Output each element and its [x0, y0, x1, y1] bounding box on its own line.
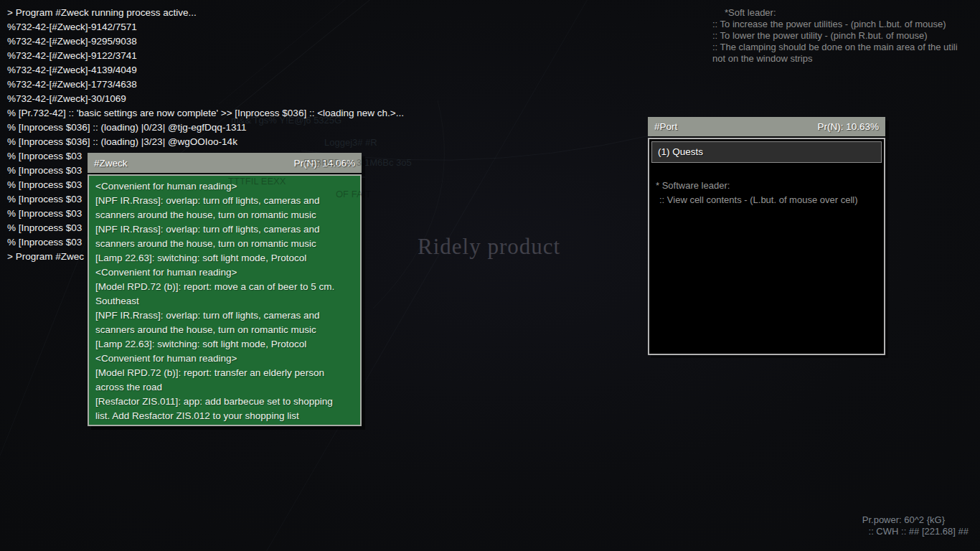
zweck-window-body: <Convenient for human reading>[NPF IR.Rr…: [88, 174, 362, 426]
console-line: %732-42-[#Zweck]-30/1069: [7, 92, 404, 106]
zweck-message-line: list. Add Resfactor ZIS.012 to your shop…: [95, 409, 354, 423]
console-line: % [Inprocess $036] :: (loading) |3/23| @…: [7, 135, 404, 149]
zweck-window-title: #Zweck: [94, 158, 128, 169]
port-window-titlebar[interactable]: #Port Pr(N): 10.63%: [648, 117, 885, 136]
soft-leader-line: :: To increase the power utilities - (pi…: [712, 19, 980, 30]
console-line: %732-42-[#Zweck]-9122/3741: [7, 49, 404, 63]
zweck-message-line: <Convenient for human reading>: [95, 352, 354, 366]
zweck-message-line: [Lamp 22.63]: switching: soft light mode…: [95, 251, 354, 265]
soft-leader-line: :: The clamping should be done on the ma…: [712, 42, 980, 53]
soft-leader-help: *Soft leader: :: To increase the power u…: [712, 7, 980, 65]
console-line: % [Pr.732-42] :: 'basic settings are now…: [7, 106, 404, 121]
zweck-message-line: across the road: [95, 380, 354, 395]
port-probability: Pr(N): 10.63%: [817, 121, 879, 132]
console-line: %732-42-[#Zweck]-4139/4049: [7, 63, 404, 77]
power-status: Pr.power: 60^2 {kG}: [862, 514, 945, 525]
game-screen: m&&'Tgs% Y!E@j6 5325GLoggej3# #R1M6Bc 3o…: [0, 0, 980, 551]
soft-leader-line: not on the window strips: [712, 53, 980, 65]
port-window-title: #Port: [654, 121, 677, 132]
console-line: %732-42-[#Zweck]-9142/7571: [7, 20, 404, 34]
zweck-message-line: scanners around the house, turn on roman…: [95, 323, 354, 337]
console-line: > Program #Zweck running process active.…: [7, 6, 404, 20]
product-watermark: Ridely product: [418, 234, 560, 260]
zweck-message-line: [NPF IR.Rrass]: overlap: turn off lights…: [95, 309, 354, 323]
faint-text: OF FAIT: [336, 189, 371, 199]
zweck-message-line: <Convenient for human reading>: [95, 179, 354, 194]
console-line: % [Inprocess $036] :: (loading) |0/23| @…: [7, 121, 404, 135]
console-line: %732-42-[#Zweck]-9295/9038: [7, 34, 404, 49]
zweck-message-line: scanners around the house, turn on roman…: [95, 237, 354, 251]
quests-row[interactable]: (1) Quests: [651, 141, 882, 163]
zweck-message-line: [NPF IR.Rrass]: overlap: turn off lights…: [95, 222, 354, 237]
faint-text: TTTFIL EEXX: [228, 176, 286, 187]
zweck-message-line: [Model RPD.72 (b)]: report: move a can o…: [95, 280, 354, 294]
port-hint-line: :: View cell contents - (L.but. of mouse…: [656, 193, 882, 207]
soft-leader-lines: :: To increase the power utilities - (pi…: [712, 19, 980, 65]
soft-leader-line: :: To lower the power utility - (pinch R…: [712, 30, 980, 42]
port-window-body: (1) Quests * Software leader::: View cel…: [648, 138, 885, 355]
faint-text: FEBBED no 337: [303, 157, 372, 168]
cwh-status: :: CWH :: ## [221.68] ##: [869, 526, 969, 537]
zweck-message-line: [NPF IR.Rrass]: overlap: turn off lights…: [95, 194, 354, 208]
zweck-message-line: <Convenient for human reading>: [95, 265, 354, 280]
console-line: %732-42-[#Zweck]-1773/4638: [7, 77, 404, 92]
zweck-message-line: [Lamp 22.63]: switching: soft light mode…: [95, 337, 354, 352]
zweck-message-line: scanners around the house, turn on roman…: [95, 208, 354, 222]
zweck-message-line: Southeast: [95, 294, 354, 309]
zweck-message-line: [Model RPD.72 (b)]: report: transfer an …: [95, 366, 354, 380]
port-hint-line: * Software leader:: [656, 179, 882, 193]
zweck-message-line: [Resfactor ZIS.011]: app: add barbecue s…: [95, 395, 354, 409]
port-hints: * Software leader::: View cell contents …: [651, 179, 882, 207]
soft-leader-title: *Soft leader:: [712, 7, 980, 19]
